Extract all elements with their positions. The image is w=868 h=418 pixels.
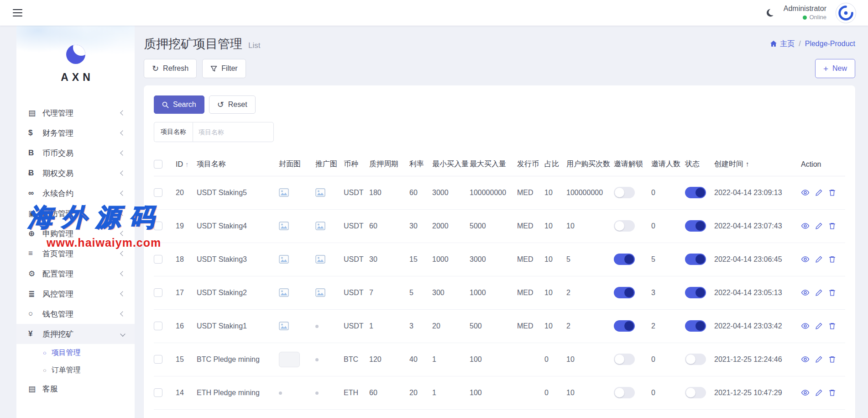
cell-rate: 15 [409, 255, 418, 263]
cell-min_buy: 3000 [432, 189, 449, 196]
search-icon [162, 101, 169, 108]
sidebar-item-8[interactable]: ⚙配置管理 [16, 264, 135, 284]
search-button[interactable]: Search [154, 95, 204, 114]
edit-button[interactable] [815, 322, 823, 330]
column-header-created_at[interactable]: 创建时间↑ [714, 153, 801, 176]
sidebar-subitem-11-0[interactable]: ○项目管理 [16, 344, 135, 361]
status-toggle[interactable] [685, 220, 706, 232]
sidebar: AXN ▤代理管理$财务管理B币币交易Ƀ期权交易∞永续合约▣回访管理⊕申购管理≡… [16, 26, 135, 418]
view-button[interactable] [801, 388, 810, 397]
column-header-action: Action [801, 153, 845, 176]
sort-arrow-icon[interactable]: ↑ [185, 160, 189, 168]
sidebar-item-3[interactable]: Ƀ期权交易 [16, 163, 135, 183]
edit-button[interactable] [815, 189, 823, 196]
invite-unlock-toggle[interactable] [614, 220, 635, 232]
row-checkbox[interactable] [154, 388, 162, 397]
status-toggle[interactable] [685, 187, 706, 198]
cell-period: 7 [369, 289, 373, 296]
breadcrumb-current[interactable]: Pledge-Product [805, 40, 855, 48]
delete-button[interactable] [828, 289, 836, 296]
table-row: 17USDT Staking2USDT753001000MED10232022-… [154, 276, 845, 309]
sidebar-subitem-11-1[interactable]: ○订单管理 [16, 361, 135, 379]
delete-button[interactable] [828, 355, 836, 363]
row-checkbox[interactable] [154, 355, 162, 364]
sidebar-item-9[interactable]: ≣风控管理 [16, 284, 135, 304]
status-toggle[interactable] [685, 320, 706, 332]
toggle-knob [615, 388, 624, 397]
delete-button[interactable] [828, 255, 836, 263]
sidebar-item-0[interactable]: ▤代理管理 [16, 103, 135, 123]
sort-arrow-icon[interactable]: ↑ [746, 160, 749, 168]
sidebar-item-10[interactable]: ○钱包管理 [16, 304, 135, 324]
invite-unlock-toggle[interactable] [614, 187, 635, 198]
row-checkbox[interactable] [154, 222, 162, 230]
view-button[interactable] [801, 288, 810, 297]
sidebar-item-5[interactable]: ▣回访管理 [16, 203, 135, 223]
table-row: 20USDT Staking5USDT180603000100000000MED… [154, 176, 845, 209]
select-all-checkbox[interactable] [154, 160, 162, 169]
sidebar-item-11[interactable]: ¥质押挖矿 [16, 324, 135, 344]
toggle-knob [686, 355, 695, 364]
invite-unlock-toggle[interactable] [614, 320, 635, 332]
delete-button[interactable] [828, 189, 836, 196]
brand-logo[interactable]: AXN [16, 26, 135, 84]
breadcrumb-home-link[interactable]: 主页 [770, 39, 795, 49]
status-toggle[interactable] [685, 287, 706, 298]
refresh-button[interactable]: ↻ Refresh [144, 59, 197, 78]
delete-button[interactable] [828, 222, 836, 230]
invite-unlock-toggle[interactable] [614, 354, 635, 365]
chevron-left-icon [120, 291, 125, 296]
column-header-id[interactable]: ID↑ [176, 153, 197, 176]
sidebar-item-12[interactable]: ▤客服 [16, 379, 135, 399]
view-button[interactable] [801, 322, 810, 330]
search-row: Search ↺ Reset [154, 95, 845, 114]
edit-button[interactable] [815, 355, 823, 363]
cell-created_at: 2022-04-14 23:07:43 [714, 222, 782, 230]
sidebar-item-1[interactable]: $财务管理 [16, 123, 135, 143]
breadcrumb-separator: / [799, 40, 800, 48]
sidebar-item-6[interactable]: ⊕申购管理 [16, 223, 135, 243]
avatar-logo-icon [836, 3, 856, 23]
cell-id: 19 [176, 222, 184, 230]
status-toggle[interactable] [685, 254, 706, 265]
view-button[interactable] [801, 222, 810, 230]
cell-invite_count: 0 [651, 189, 655, 196]
sidebar-item-7[interactable]: ≡首页管理 [16, 243, 135, 264]
delete-button[interactable] [828, 389, 836, 397]
status-toggle[interactable] [685, 387, 706, 398]
view-button[interactable] [801, 255, 810, 264]
view-button[interactable] [801, 355, 810, 364]
dark-mode-toggle[interactable] [764, 8, 774, 18]
invite-unlock-toggle[interactable] [614, 254, 635, 265]
cell-buy_count: 10 [566, 389, 575, 397]
edit-button[interactable] [815, 255, 823, 263]
row-checkbox[interactable] [154, 255, 162, 264]
cell-max_buy: 100000000 [470, 189, 506, 196]
sidebar-item-2[interactable]: B币币交易 [16, 143, 135, 163]
invite-unlock-toggle[interactable] [614, 287, 635, 298]
user-avatar[interactable] [836, 3, 856, 23]
invite-unlock-toggle[interactable] [614, 387, 635, 398]
view-button[interactable] [801, 188, 810, 197]
cell-ratio: 10 [544, 289, 553, 296]
column-header-buy_count: 用户购买次数 [566, 153, 614, 176]
new-button[interactable]: + New [815, 59, 855, 78]
hamburger-menu-button[interactable] [12, 6, 23, 19]
filter-button[interactable]: Filter [202, 59, 246, 78]
status-toggle[interactable] [685, 354, 706, 365]
dollar-icon: $ [28, 128, 42, 138]
image-placeholder [279, 352, 300, 367]
delete-button[interactable] [828, 322, 836, 330]
breadcrumb: 主页 / Pledge-Product [770, 39, 855, 49]
edit-button[interactable] [815, 389, 823, 397]
edit-button[interactable] [815, 289, 823, 296]
project-name-input[interactable] [193, 122, 274, 142]
sidebar-item-4[interactable]: ∞永续合约 [16, 183, 135, 203]
row-checkbox[interactable] [154, 188, 162, 197]
reset-button[interactable]: ↺ Reset [209, 95, 256, 114]
cell-min_buy: 1 [432, 389, 436, 397]
coin-b-icon: B [28, 148, 42, 158]
row-checkbox[interactable] [154, 322, 162, 330]
row-checkbox[interactable] [154, 288, 162, 297]
edit-button[interactable] [815, 222, 823, 230]
